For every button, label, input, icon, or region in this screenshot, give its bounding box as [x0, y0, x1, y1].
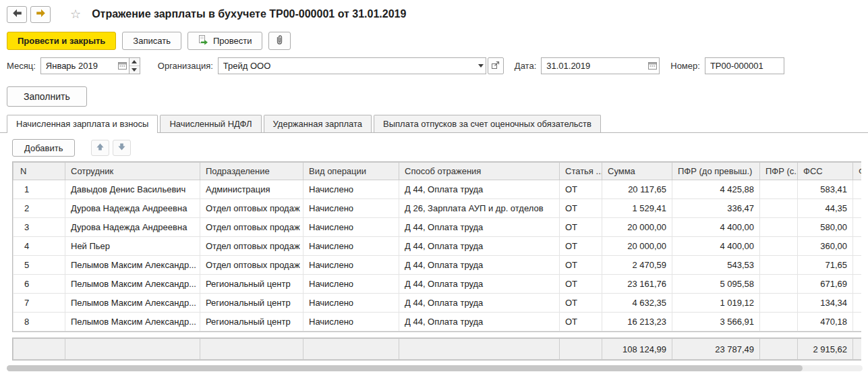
cell-n[interactable]: 3 [13, 218, 65, 237]
column-header-department[interactable]: Подразделение [200, 163, 303, 180]
move-row-down-button[interactable] [113, 140, 131, 156]
column-header-operation[interactable]: Вид операции [303, 163, 399, 180]
cell-fss[interactable]: 360,00 [798, 237, 853, 256]
cell-fss[interactable]: 583,41 [798, 180, 853, 199]
tab-accrued-ndfl[interactable]: Начисленный НДФЛ [160, 115, 261, 132]
back-button[interactable] [7, 6, 27, 23]
cell-operation[interactable]: Начислено [303, 237, 399, 256]
cell-department[interactable]: Региональный центр [200, 275, 303, 294]
organization-input[interactable] [219, 58, 476, 74]
cell-pfr_over[interactable] [760, 294, 798, 313]
cell-department[interactable]: Региональный центр [200, 294, 303, 313]
cell-n[interactable]: 2 [13, 199, 65, 218]
cell-n[interactable]: 1 [13, 180, 65, 199]
cell-pfr_over[interactable] [760, 199, 798, 218]
horizontal-scrollbar-thumb[interactable] [7, 365, 803, 371]
cell-department[interactable]: Отдел оптовых продаж [200, 199, 303, 218]
column-header-sum[interactable]: Сумма [602, 163, 672, 180]
cell-extra[interactable] [853, 256, 862, 275]
column-header-clipped[interactable]: Ф... [853, 163, 862, 180]
cell-article[interactable]: ОТ [560, 218, 602, 237]
column-header-pfr-under[interactable]: ПФР (до превыш.) [672, 163, 760, 180]
cell-extra[interactable] [853, 199, 862, 218]
column-header-article[interactable]: Статья ... [560, 163, 602, 180]
attachments-button[interactable] [268, 32, 291, 50]
cell-article[interactable]: ОТ [560, 237, 602, 256]
cell-sum[interactable]: 4 632,35 [602, 294, 672, 313]
table-row[interactable]: 5Пелымов Максим Александр...Отдел оптовы… [13, 256, 862, 275]
table-row[interactable]: 4Ней ПьерОтдел оптовых продажНачисленоД … [13, 237, 862, 256]
cell-pfr_under[interactable]: 4 400,00 [672, 237, 760, 256]
tab-accrued-salary-and-contributions[interactable]: Начисленная зарплата и взносы [7, 115, 158, 133]
column-header-fss[interactable]: ФСС [798, 163, 853, 180]
table-row[interactable]: 7Пелымов Максим Александр...Региональный… [13, 294, 862, 313]
cell-operation[interactable]: Начислено [303, 218, 399, 237]
cell-sum[interactable]: 1 529,41 [602, 199, 672, 218]
cell-n[interactable]: 8 [13, 313, 65, 331]
cell-pfr_over[interactable] [760, 237, 798, 256]
cell-sum[interactable]: 16 213,23 [602, 313, 672, 331]
cell-employee[interactable]: Дурова Надежда Андреевна [65, 218, 200, 237]
cell-pfr_under[interactable]: 1 019,12 [672, 294, 760, 313]
cell-method[interactable]: Д 26, Зарплата АУП и др. отделов [399, 199, 560, 218]
cell-sum[interactable]: 20 000,00 [602, 237, 672, 256]
cell-employee[interactable]: Пелымов Максим Александр... [65, 275, 200, 294]
cell-employee[interactable]: Пелымов Максим Александр... [65, 256, 200, 275]
cell-article[interactable]: ОТ [560, 180, 602, 199]
cell-operation[interactable]: Начислено [303, 294, 399, 313]
forward-button[interactable] [30, 6, 51, 23]
save-button[interactable]: Записать [122, 32, 181, 50]
column-header-method[interactable]: Способ отражения [399, 163, 560, 180]
cell-fss[interactable]: 580,00 [798, 218, 853, 237]
table-row[interactable]: 2Дурова Надежда АндреевнаОтдел оптовых п… [13, 199, 862, 218]
cell-pfr_under[interactable]: 336,47 [672, 199, 760, 218]
cell-n[interactable]: 4 [13, 237, 65, 256]
cell-extra[interactable] [853, 294, 862, 313]
date-calendar-button[interactable] [646, 58, 659, 74]
add-row-button[interactable]: Добавить [12, 139, 75, 157]
cell-article[interactable]: ОТ [560, 199, 602, 218]
cell-pfr_over[interactable] [760, 256, 798, 275]
cell-department[interactable]: Отдел оптовых продаж [200, 218, 303, 237]
month-spin-up-button[interactable] [129, 58, 140, 65]
tab-withheld-salary[interactable]: Удержанная зарплата [264, 115, 372, 132]
cell-department[interactable]: Администрация [200, 180, 303, 199]
cell-method[interactable]: Д 44, Оплата труда [399, 313, 560, 331]
post-button[interactable]: Провести [187, 32, 263, 50]
cell-operation[interactable]: Начислено [303, 275, 399, 294]
cell-operation[interactable]: Начислено [303, 313, 399, 331]
move-row-up-button[interactable] [91, 140, 109, 156]
cell-sum[interactable]: 23 161,76 [602, 275, 672, 294]
cell-method[interactable]: Д 44, Оплата труда [399, 180, 560, 199]
cell-fss[interactable]: 44,35 [798, 199, 853, 218]
cell-employee[interactable]: Пелымов Максим Александр... [65, 294, 200, 313]
cell-extra[interactable] [853, 237, 862, 256]
organization-open-button[interactable] [488, 57, 504, 74]
cell-method[interactable]: Д 44, Оплата труда [399, 256, 560, 275]
cell-n[interactable]: 5 [13, 256, 65, 275]
cell-pfr_under[interactable]: 4 425,88 [672, 180, 760, 199]
cell-employee[interactable]: Пелымов Максим Александр... [65, 313, 200, 331]
horizontal-scrollbar[interactable] [7, 365, 863, 371]
table-row[interactable]: 8Пелымов Максим Александр...Региональный… [13, 313, 862, 331]
cell-fss[interactable]: 71,65 [798, 256, 853, 275]
cell-pfr_over[interactable] [760, 180, 798, 199]
column-header-pfr-over[interactable]: ПФР (с... [760, 163, 798, 180]
cell-sum[interactable]: 20 117,65 [602, 180, 672, 199]
cell-fss[interactable]: 134,34 [798, 294, 853, 313]
cell-operation[interactable]: Начислено [303, 256, 399, 275]
column-header-n[interactable]: N [13, 163, 65, 180]
cell-pfr_under[interactable]: 3 566,91 [672, 313, 760, 331]
table-row[interactable]: 6Пелымов Максим Александр...Региональный… [13, 275, 862, 294]
cell-department[interactable]: Региональный центр [200, 313, 303, 331]
table-row[interactable]: 3Дурова Надежда АндреевнаОтдел оптовых п… [13, 218, 862, 237]
cell-pfr_over[interactable] [760, 275, 798, 294]
post-and-close-button[interactable]: Провести и закрыть [7, 32, 116, 50]
cell-article[interactable]: ОТ [560, 256, 602, 275]
cell-fss[interactable]: 671,69 [798, 275, 853, 294]
cell-operation[interactable]: Начислено [303, 199, 399, 218]
cell-pfr_under[interactable]: 4 400,00 [672, 218, 760, 237]
tab-vacation-payments[interactable]: Выплата отпусков за счет оценочных обяза… [374, 115, 601, 132]
cell-pfr_under[interactable]: 5 095,58 [672, 275, 760, 294]
cell-fss[interactable]: 470,18 [798, 313, 853, 331]
